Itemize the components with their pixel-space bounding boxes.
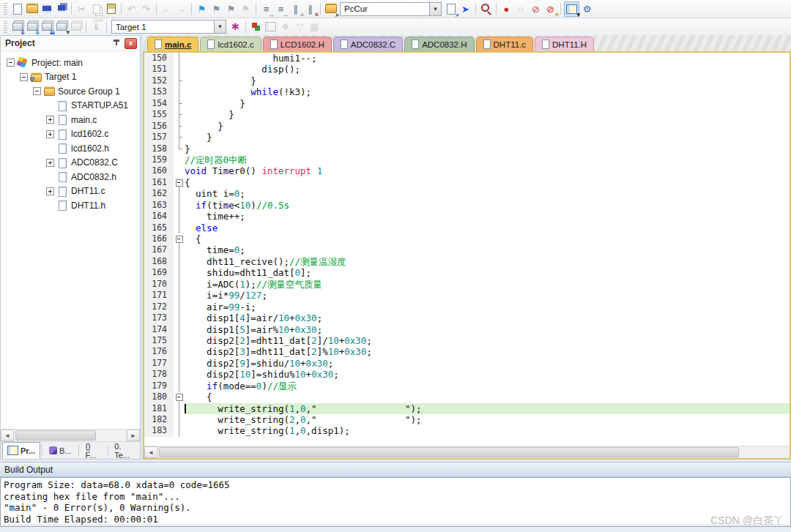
pin-icon[interactable] bbox=[113, 39, 120, 48]
code-line[interactable]: 170 i=ADC(1);//测量空气质量 bbox=[144, 279, 790, 290]
code-line[interactable]: 171 i=i*99/127; bbox=[144, 290, 790, 301]
paste-icon[interactable] bbox=[104, 2, 118, 16]
bookmark-next-icon[interactable]: ⚑ bbox=[209, 2, 223, 16]
code-editor[interactable]: 150 humi1--;151 disp();152 }153 while(!k… bbox=[144, 53, 790, 446]
tree-item-dht11-c[interactable]: DHT11.c bbox=[1, 184, 140, 199]
collapse-icon[interactable] bbox=[33, 87, 41, 95]
code-line[interactable]: 180 { bbox=[144, 391, 790, 402]
fold-collapse-icon[interactable] bbox=[174, 233, 185, 244]
code-line[interactable]: 164 time++; bbox=[144, 211, 790, 222]
code-line[interactable]: 163 if(time<10)//0.5s bbox=[144, 200, 790, 211]
chevron-down-icon[interactable]: ▼ bbox=[429, 3, 441, 15]
panel-tab-templates[interactable]: 0. Te... bbox=[109, 442, 140, 459]
code-line[interactable]: 150 humi1--; bbox=[144, 53, 790, 64]
search-term-combo[interactable]: PcCur▼ bbox=[340, 2, 442, 16]
save-icon[interactable] bbox=[40, 2, 53, 16]
expand-icon[interactable] bbox=[46, 159, 54, 167]
tab-main-c[interactable]: main.c bbox=[147, 37, 198, 51]
scrollbar-thumb[interactable] bbox=[15, 430, 96, 441]
code-line[interactable]: 169 shidu=dht11_dat[0]; bbox=[144, 267, 790, 278]
panel-tab-books[interactable]: B... bbox=[44, 442, 77, 459]
find-magnifier-icon[interactable] bbox=[479, 2, 493, 16]
find-in-document-icon[interactable]: ⌕ bbox=[444, 2, 458, 16]
tree-item-main-c[interactable]: main.c bbox=[1, 113, 140, 127]
uncomment-icon[interactable]: ∥× bbox=[303, 2, 317, 16]
breakpoint-toggle-icon[interactable]: ● bbox=[500, 2, 513, 16]
expand-icon[interactable] bbox=[46, 116, 54, 124]
target-select-combo[interactable]: Target 1▼ bbox=[111, 20, 226, 34]
code-line[interactable]: 165 else bbox=[144, 222, 790, 233]
code-line[interactable]: 172 air=99-i; bbox=[144, 301, 790, 312]
configuration-wrench-icon[interactable]: ⚙ bbox=[580, 2, 594, 16]
tab-lcd1602-c[interactable]: lcd1602.c bbox=[200, 37, 261, 51]
breakpoint-disable-all-icon[interactable]: ⊘ bbox=[529, 2, 543, 16]
code-line[interactable]: 175 disp2[2]=dht11_dat[2]/10+0x30; bbox=[144, 335, 790, 346]
tree-item-adc0832-h[interactable]: ADC0832.h bbox=[1, 170, 140, 184]
breakpoint-kill-all-icon[interactable]: ⊘× bbox=[543, 2, 557, 16]
rebuild-all-icon[interactable]: ⇊ bbox=[40, 20, 53, 34]
collapse-icon[interactable] bbox=[7, 59, 15, 67]
code-line[interactable]: 161{ bbox=[144, 177, 790, 188]
tab-dht11-c[interactable]: DHT11.c bbox=[476, 37, 534, 51]
editor-horizontal-scrollbar[interactable]: ◄ bbox=[144, 446, 790, 458]
scrollbar-thumb[interactable] bbox=[159, 447, 739, 457]
code-line[interactable]: 173 disp1[4]=air/10+0x30; bbox=[144, 312, 790, 323]
tree-item-lcd1602-c[interactable]: lcd1602.c bbox=[1, 127, 140, 142]
find-in-files-icon[interactable]: ⌕ bbox=[324, 2, 338, 16]
code-line[interactable]: 154 } bbox=[144, 98, 790, 109]
tab-lcd1602-h[interactable]: LCD1602.H bbox=[263, 37, 332, 51]
scroll-right-icon[interactable]: ► bbox=[127, 430, 140, 441]
batch-build-icon[interactable]: ▾ bbox=[54, 20, 68, 34]
code-line[interactable]: 174 disp1[5]=air%10+0x30; bbox=[144, 324, 790, 335]
save-all-icon[interactable] bbox=[54, 2, 68, 16]
code-line[interactable]: 153 while(!k3); bbox=[144, 86, 790, 97]
code-line[interactable]: 168 dht11_recive();//测量温湿度 bbox=[144, 256, 790, 267]
tab-adc0832-h[interactable]: ADC0832.H bbox=[404, 37, 474, 51]
collapse-icon[interactable] bbox=[20, 73, 28, 81]
options-for-target-icon[interactable]: ✱ bbox=[229, 20, 242, 34]
fold-collapse-icon[interactable] bbox=[174, 391, 185, 402]
panel-tab-functions[interactable]: {} F... bbox=[80, 442, 105, 459]
build-icon[interactable]: ⇩ bbox=[25, 20, 39, 34]
code-line[interactable]: 158} bbox=[144, 143, 790, 154]
project-horizontal-scrollbar[interactable]: ◄ ► bbox=[1, 429, 140, 441]
code-line[interactable]: 157 } bbox=[144, 132, 790, 143]
code-line[interactable]: 178 disp2[10]=shidu%10+0x30; bbox=[144, 369, 790, 380]
tree-item-source-group-1[interactable]: Source Group 1 bbox=[1, 84, 140, 99]
code-line[interactable]: 155 } bbox=[144, 109, 790, 120]
code-line[interactable]: 176 disp2[3]=dht11_dat[2]%10+0x30; bbox=[144, 346, 790, 357]
chevron-down-icon[interactable]: ▼ bbox=[214, 20, 226, 33]
code-line[interactable]: 160void Timer0() interrupt 1 bbox=[144, 165, 790, 176]
code-line[interactable]: 162 uint i=0; bbox=[144, 188, 790, 199]
tab-dht11-h[interactable]: DHT11.H bbox=[535, 37, 594, 51]
indent-icon[interactable]: ≡→ bbox=[259, 2, 273, 16]
tree-item-project-main[interactable]: Project: main bbox=[1, 56, 140, 70]
comment-icon[interactable]: ∥≡ bbox=[289, 2, 302, 16]
outdent-icon[interactable]: ≡← bbox=[274, 2, 288, 16]
code-line[interactable]: 179 if(mode==0)//显示 bbox=[144, 381, 790, 391]
tree-item-dht11-h[interactable]: DHT11.h bbox=[1, 198, 140, 213]
code-line[interactable]: 156 } bbox=[144, 121, 790, 132]
new-file-icon[interactable] bbox=[10, 2, 24, 16]
fold-collapse-icon[interactable] bbox=[174, 177, 185, 188]
tree-item-lcd1602-h[interactable]: lcd1602.h bbox=[1, 141, 140, 156]
tree-item-target-1[interactable]: Target 1 bbox=[1, 70, 140, 85]
bookmark-prev-icon[interactable]: ⚑ bbox=[224, 2, 238, 16]
tab-adc0832-c[interactable]: ADC0832.C bbox=[333, 37, 403, 51]
build-output-log[interactable]: Program Size: data=68.0 xdata=0 code=166… bbox=[0, 477, 791, 527]
code-line[interactable]: 182 write_string(2,0," "); bbox=[144, 414, 790, 425]
translate-file-icon[interactable]: ⇩ bbox=[10, 20, 24, 34]
code-line[interactable]: 159//定时器0中断 bbox=[144, 154, 790, 165]
code-line[interactable]: 167 time=0; bbox=[144, 244, 790, 255]
open-folder-icon[interactable] bbox=[25, 2, 39, 16]
manage-run-time-environment-icon[interactable] bbox=[249, 20, 263, 34]
close-icon[interactable]: x bbox=[125, 38, 137, 49]
panel-tab-project[interactable]: Pr... bbox=[2, 442, 40, 459]
scroll-left-icon[interactable]: ◄ bbox=[1, 430, 14, 441]
breakpoint-enable-disable-icon[interactable]: ○ bbox=[514, 2, 528, 16]
scroll-left-icon[interactable]: ◄ bbox=[144, 446, 157, 458]
code-line[interactable]: 177 disp2[9]=shidu/10+0x30; bbox=[144, 358, 790, 369]
code-line[interactable]: 151 disp(); bbox=[144, 64, 790, 75]
code-line[interactable]: 183 write_string(1,0,disp1); bbox=[144, 425, 790, 436]
tree-item-adc0832-c[interactable]: ADC0832.C bbox=[1, 156, 140, 171]
